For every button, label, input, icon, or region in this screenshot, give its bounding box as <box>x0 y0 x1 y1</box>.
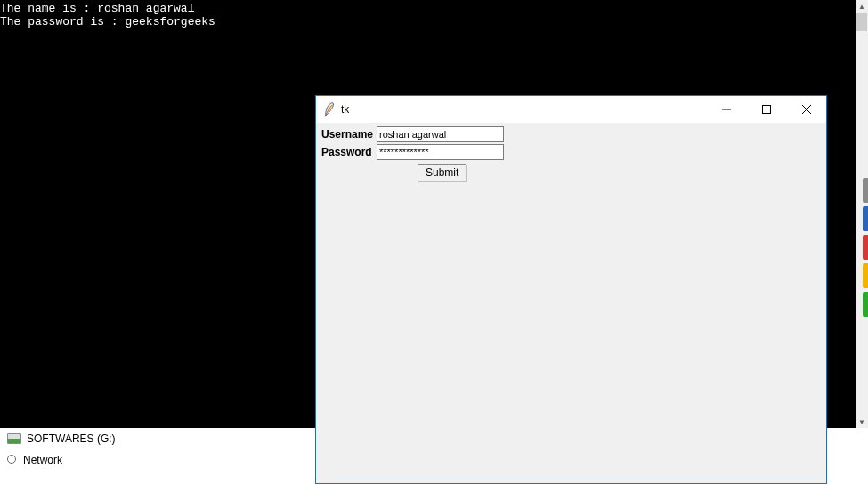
password-row: Password <box>321 144 821 160</box>
username-row: Username <box>321 126 821 142</box>
scroll-up-arrow-icon[interactable]: ▲ <box>856 0 868 12</box>
password-input[interactable] <box>377 144 504 160</box>
username-label: Username <box>321 128 377 141</box>
password-label: Password <box>321 146 377 158</box>
submit-row: Submit <box>321 164 821 182</box>
tk-feather-icon <box>323 102 336 117</box>
tk-body: Username Password Submit <box>316 123 826 185</box>
drive-icon <box>7 433 21 444</box>
drive-label: SOFTWARES (G:) <box>27 432 116 445</box>
edge-tab-icon[interactable] <box>863 206 868 231</box>
edge-tab-icon[interactable] <box>863 178 868 203</box>
edge-tab-icon[interactable] <box>863 235 868 260</box>
tk-window-title: tk <box>341 103 706 116</box>
scrollbar-thumb[interactable] <box>856 13 867 31</box>
submit-button[interactable]: Submit <box>418 164 466 182</box>
scroll-down-arrow-icon[interactable]: ▼ <box>856 415 868 428</box>
edge-tab-icon[interactable] <box>863 263 868 288</box>
close-icon <box>802 105 811 114</box>
minimize-button[interactable] <box>706 96 746 123</box>
close-button[interactable] <box>786 96 826 123</box>
svg-rect-1 <box>762 106 770 114</box>
tk-titlebar[interactable]: tk <box>316 96 826 123</box>
network-icon <box>7 454 18 466</box>
console-output-line: The name is : roshan agarwal <box>0 2 856 15</box>
tk-window: tk Username Password Submit <box>315 95 827 484</box>
network-label: Network <box>23 454 62 466</box>
edge-tabs <box>863 178 868 320</box>
minimize-icon <box>722 105 731 114</box>
maximize-icon <box>762 105 771 114</box>
console-output-line: The password is : geeksforgeeks <box>0 15 856 28</box>
edge-tab-icon[interactable] <box>863 292 868 317</box>
window-controls <box>706 96 826 123</box>
maximize-button[interactable] <box>746 96 786 123</box>
username-input[interactable] <box>377 126 504 142</box>
